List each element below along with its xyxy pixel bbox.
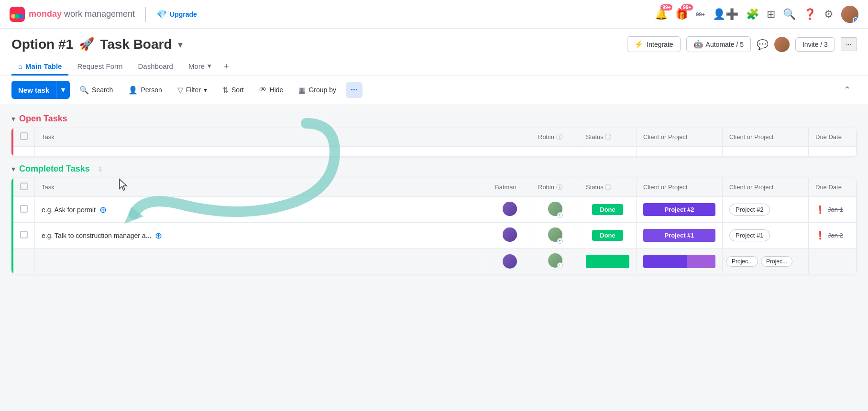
tab-dashboard[interactable]: Dashboard bbox=[132, 58, 180, 76]
board-user-avatar[interactable] bbox=[774, 37, 790, 52]
search-button[interactable]: 🔍 bbox=[783, 8, 796, 21]
row1-task-cell: e.g. Ask for permit ⊕ bbox=[35, 197, 488, 223]
row2-checkbox[interactable] bbox=[20, 231, 28, 238]
duedate-col-header: Due Date bbox=[809, 178, 857, 197]
row1-checkbox[interactable] bbox=[20, 205, 28, 213]
automate-button[interactable]: 🤖 Automate / 5 bbox=[686, 36, 751, 52]
sort-button[interactable]: ⇅ Sort bbox=[217, 83, 250, 97]
tab-more[interactable]: More ▾ bbox=[182, 58, 218, 76]
notifications-button[interactable]: 🔔 99+ bbox=[655, 8, 668, 21]
open-tasks-header: ▾ Open Tasks bbox=[11, 112, 857, 128]
row1-client1-cell[interactable]: Project #2 bbox=[637, 197, 723, 223]
row2-checkbox-cell bbox=[12, 223, 35, 249]
new-task-button[interactable]: New task ▾ bbox=[11, 81, 70, 99]
summary-status-cell bbox=[579, 249, 637, 274]
grid-icon: ⊞ bbox=[767, 8, 775, 21]
open-tasks-group: ▾ Open Tasks Task Robin ⓘ Status ⓘ Clien… bbox=[11, 112, 857, 156]
tab-main-table[interactable]: ⌂ Main Table bbox=[11, 58, 68, 76]
row2-warning-icon: ❗ bbox=[815, 231, 825, 240]
row2-add-subtask-icon[interactable]: ⊕ bbox=[155, 230, 162, 241]
nav-icons: 🔔 99+ 🎁 99+ 99+ 👤➕ 🧩 ⊞ 🔍 ❓ ⚙ + bbox=[655, 6, 858, 23]
chevron-down-icon: ▾ bbox=[208, 62, 211, 70]
sort-label: Sort bbox=[231, 86, 244, 94]
open-empty-row bbox=[12, 147, 857, 157]
chat-button[interactable]: 💬 bbox=[757, 39, 769, 50]
dots-icon: ··· bbox=[846, 41, 851, 48]
more-options-button[interactable]: ··· bbox=[841, 37, 857, 51]
robin-col-header-open: Robin ⓘ bbox=[531, 128, 579, 147]
puzzle-icon: 🧩 bbox=[746, 8, 759, 21]
summary-add-person-icon[interactable]: + bbox=[557, 262, 563, 268]
person-label: Person bbox=[141, 86, 162, 94]
completed-tasks-chevron[interactable]: ▾ bbox=[11, 164, 15, 173]
svg-point-3 bbox=[19, 14, 23, 19]
open-tasks-data-table: Task Robin ⓘ Status ⓘ Client or Project … bbox=[11, 128, 857, 156]
board-actions: ⚡ Integrate 🤖 Automate / 5 💬 Invite / 3 … bbox=[627, 36, 857, 52]
row2-client2-badge: Project #1 bbox=[729, 229, 770, 241]
tab-dashboard-label: Dashboard bbox=[138, 62, 173, 70]
completed-tasks-title: Completed Tasks bbox=[19, 164, 90, 174]
board-dropdown-icon[interactable]: ▾ bbox=[178, 39, 183, 50]
automate-icon: 🤖 bbox=[693, 40, 703, 49]
open-tasks-title: Open Tasks bbox=[19, 114, 67, 124]
eye-icon: 👁 bbox=[259, 86, 267, 94]
row2-task-cell: e.g. Talk to construction manager a... ⊕ bbox=[35, 223, 488, 249]
invite-people-button[interactable]: 👤➕ bbox=[713, 8, 738, 21]
more-tools-button[interactable]: ··· bbox=[346, 82, 363, 98]
integrate-icon: ⚡ bbox=[634, 40, 644, 49]
row2-client2-cell[interactable]: Project #1 bbox=[723, 223, 809, 249]
ellipsis-icon: ··· bbox=[351, 85, 358, 95]
person-filter-button[interactable]: 👤 Person bbox=[122, 83, 167, 97]
open-row-robin bbox=[531, 147, 579, 157]
filter-button[interactable]: ▽ Filter ▾ bbox=[172, 83, 213, 97]
tab-main-table-label: Main Table bbox=[25, 62, 62, 70]
updates-badge: 99+ bbox=[681, 4, 693, 11]
add-person-icon: 👤➕ bbox=[713, 8, 738, 21]
notifications-badge: 99+ bbox=[660, 4, 672, 11]
row1-status-cell[interactable]: Done bbox=[579, 197, 637, 223]
tab-request-form-label: Request Form bbox=[77, 62, 122, 70]
status-col-header: Status ⓘ bbox=[579, 178, 637, 197]
open-row-client1 bbox=[637, 147, 723, 157]
search-tool-button[interactable]: 🔍 Search bbox=[74, 83, 119, 97]
hide-button[interactable]: 👁 Hide bbox=[253, 83, 289, 97]
row1-client2-cell[interactable]: Project #2 bbox=[723, 197, 809, 223]
search-label: Search bbox=[92, 86, 113, 94]
user-avatar[interactable]: + bbox=[841, 6, 858, 23]
summary-client2-badge1: Projec... bbox=[726, 256, 758, 267]
invite-button[interactable]: Invite / 3 bbox=[795, 37, 835, 52]
integrations-button[interactable]: 🧩 bbox=[746, 8, 759, 21]
add-tab-button[interactable]: + bbox=[220, 58, 233, 76]
settings-button[interactable]: ⚙ bbox=[824, 8, 834, 21]
home-icon: ⌂ bbox=[18, 62, 22, 70]
upgrade-button[interactable]: 💎 Upgrade bbox=[156, 9, 197, 20]
new-task-dropdown-icon[interactable]: ▾ bbox=[56, 81, 70, 99]
help-button[interactable]: ❓ bbox=[803, 8, 816, 21]
group-by-label: Group by bbox=[308, 86, 336, 94]
summary-batman-cell bbox=[488, 249, 531, 274]
open-tasks-chevron[interactable]: ▾ bbox=[11, 114, 15, 123]
collapse-button[interactable]: ⌃ bbox=[838, 82, 857, 98]
row1-add-subtask-icon[interactable]: ⊕ bbox=[99, 205, 107, 215]
batman-col-header: Batman bbox=[488, 178, 531, 197]
resize-handle[interactable]: ⇕ bbox=[98, 165, 103, 173]
row2-robin-cell: + bbox=[531, 223, 579, 249]
upgrade-diamond-icon: 💎 bbox=[156, 9, 167, 20]
group-by-button[interactable]: ▦ Group by bbox=[293, 83, 342, 97]
updates-button[interactable]: 🎁 99+ bbox=[675, 8, 688, 21]
row2-status-cell[interactable]: Done bbox=[579, 223, 637, 249]
select-all-checkbox-open[interactable] bbox=[20, 132, 28, 140]
select-all-checkbox-completed[interactable] bbox=[20, 183, 28, 190]
summary-client2-cell: Projec... Projec... bbox=[723, 249, 809, 274]
tab-request-form[interactable]: Request Form bbox=[70, 58, 129, 76]
integrate-button[interactable]: ⚡ Integrate bbox=[627, 36, 680, 52]
row2-add-person-icon[interactable]: + bbox=[557, 238, 563, 244]
row2-client1-cell[interactable]: Project #1 bbox=[637, 223, 723, 249]
apps-button[interactable]: ⊞ bbox=[767, 8, 775, 21]
row1-task-name: e.g. Ask for permit bbox=[42, 206, 96, 214]
row2-due-date: Jan 2 bbox=[828, 232, 843, 239]
summary-client1-bar-purple bbox=[687, 255, 715, 268]
row1-add-person-icon[interactable]: + bbox=[557, 212, 563, 218]
group-icon: ▦ bbox=[298, 86, 306, 95]
board-title-row: Option #1 🚀 Task Board ▾ ⚡ Integrate 🤖 A… bbox=[11, 36, 857, 52]
